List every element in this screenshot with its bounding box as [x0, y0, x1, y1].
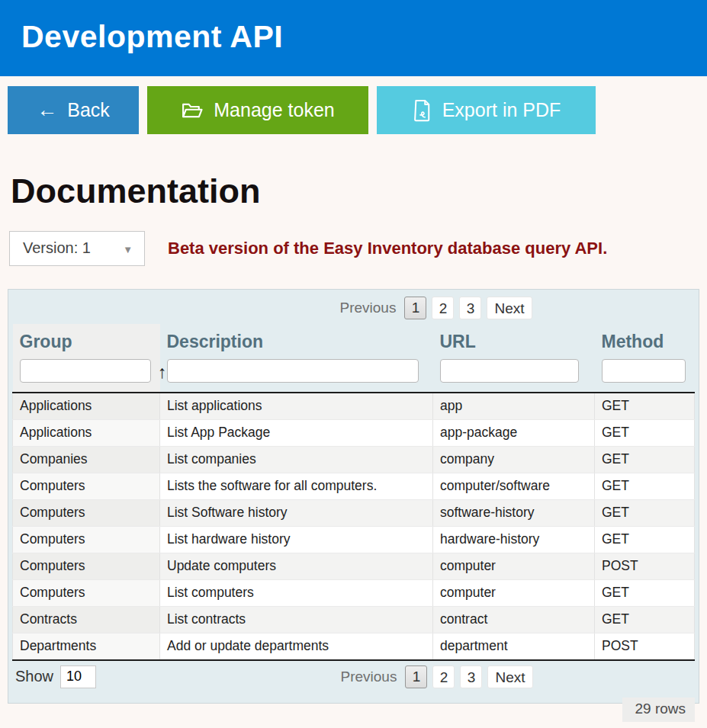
cell-description: Lists the software for all computers.: [160, 473, 433, 499]
cell-url: computer/software: [433, 473, 595, 499]
sort-ascending-icon[interactable]: ↑: [158, 362, 167, 383]
version-select[interactable]: Version: 1 ▼: [9, 231, 145, 266]
cell-description: List applications: [160, 393, 433, 420]
column-label-group[interactable]: Group: [20, 332, 154, 352]
cell-url: app-package: [433, 419, 595, 446]
page-title: Documentation: [11, 172, 707, 210]
filter-input-method[interactable]: [602, 359, 686, 383]
table-row: ComputersList hardware historyhardware-h…: [13, 526, 695, 553]
cell-description: Add or update departments: [160, 633, 433, 660]
back-button[interactable]: ← Back: [8, 86, 139, 134]
cell-method: GET: [595, 579, 695, 606]
table-row: ApplicationsList applicationsappGET: [13, 393, 695, 420]
cell-description: List companies: [160, 446, 433, 473]
pagination-previous[interactable]: Previous: [341, 669, 397, 685]
column-label-method[interactable]: Method: [602, 332, 689, 352]
column-header-method[interactable]: Method: [595, 324, 695, 393]
cell-group: Computers: [13, 526, 160, 553]
export-pdf-label: Export in PDF: [442, 99, 561, 121]
show-entries: Show: [15, 665, 259, 688]
cell-description: Update computers: [160, 553, 433, 579]
cell-url: software-history: [433, 499, 595, 526]
column-header-description[interactable]: Description: [160, 324, 433, 393]
cell-url: computer: [433, 579, 595, 606]
cell-description: List computers: [160, 579, 433, 606]
cell-method: GET: [595, 393, 695, 420]
cell-group: Departments: [13, 633, 160, 660]
cell-method: GET: [595, 499, 695, 526]
cell-description: List Software history: [160, 499, 433, 526]
cell-group: Computers: [13, 553, 160, 579]
table-row: CompaniesList companiescompanyGET: [13, 446, 695, 473]
cell-url: hardware-history: [433, 526, 595, 553]
cell-url: app: [433, 393, 595, 420]
show-entries-input[interactable]: [60, 665, 96, 688]
cell-group: Applications: [13, 419, 160, 446]
file-pdf-icon: [412, 99, 432, 122]
pagination-next[interactable]: Next: [487, 297, 532, 319]
cell-group: Computers: [13, 579, 160, 606]
cell-method: POST: [595, 553, 695, 579]
cell-method: GET: [595, 526, 695, 553]
version-row: Version: 1 ▼ Beta version of the Easy In…: [9, 231, 707, 266]
cell-description: List hardware history: [160, 526, 433, 553]
app-title: Development API: [21, 19, 283, 55]
table-row: ComputersLists the software for all comp…: [13, 473, 695, 499]
column-label-description[interactable]: Description: [167, 332, 427, 352]
filter-input-group[interactable]: [20, 359, 151, 383]
cell-url: department: [433, 633, 595, 660]
cell-url: computer: [433, 553, 595, 579]
table-row: ApplicationsList App Packageapp-packageG…: [13, 419, 695, 446]
column-label-url[interactable]: URL: [440, 332, 589, 352]
table-row: ComputersList Software historysoftware-h…: [13, 499, 695, 526]
pagination-page-1[interactable]: 1: [404, 297, 426, 319]
table-row: DepartmentsAdd or update departmentsdepa…: [13, 633, 695, 660]
beta-note: Beta version of the Easy Inventory datab…: [168, 239, 607, 258]
pagination-page-2[interactable]: 2: [432, 297, 454, 319]
cell-group: Companies: [13, 446, 160, 473]
table-body: ApplicationsList applicationsappGETAppli…: [13, 393, 695, 660]
cell-method: GET: [595, 473, 695, 499]
manage-token-label: Manage token: [214, 99, 334, 121]
pagination-page-1[interactable]: 1: [405, 665, 427, 688]
cell-url: company: [433, 446, 595, 473]
cell-method: GET: [595, 446, 695, 473]
cell-group: Applications: [13, 393, 160, 420]
cell-description: List App Package: [160, 419, 433, 446]
cell-group: Contracts: [13, 606, 160, 633]
chevron-down-icon: ▼: [123, 244, 133, 255]
folder-open-icon: [181, 101, 204, 120]
filter-input-url[interactable]: [440, 359, 579, 383]
cell-group: Computers: [13, 499, 160, 526]
manage-token-button[interactable]: Manage token: [147, 86, 368, 134]
cell-method: GET: [595, 419, 695, 446]
filter-input-description[interactable]: [167, 359, 419, 383]
column-header-group[interactable]: Group ↑: [13, 324, 160, 393]
pagination-page-3[interactable]: 3: [459, 297, 481, 319]
show-label: Show: [15, 668, 53, 685]
arrow-left-icon: ←: [37, 100, 57, 120]
cell-description: List contracts: [160, 606, 433, 633]
cell-url: contract: [433, 606, 595, 633]
pagination-previous[interactable]: Previous: [340, 300, 397, 316]
pagination-top: Previous123Next: [95, 293, 707, 324]
toolbar: ← Back Manage token Export in PDF: [8, 86, 699, 134]
cell-method: POST: [595, 633, 695, 660]
column-header-url[interactable]: URL: [433, 324, 595, 393]
cell-group: Computers: [13, 473, 160, 499]
table-row: ComputersUpdate computerscomputerPOST: [13, 553, 695, 579]
pagination-page-3[interactable]: 3: [460, 665, 482, 688]
back-button-label: Back: [67, 99, 110, 121]
table-row: ComputersList computerscomputerGET: [13, 579, 695, 606]
pagination-page-2[interactable]: 2: [432, 665, 455, 688]
export-pdf-button[interactable]: Export in PDF: [377, 86, 596, 134]
pagination-next[interactable]: Next: [487, 665, 532, 688]
cell-method: GET: [595, 606, 695, 633]
api-table-panel: Previous123Next Group ↑ Description URL: [8, 289, 699, 704]
table-row: ContractsList contractscontractGET: [13, 606, 695, 633]
pagination-bottom: Previous123Next: [341, 665, 533, 688]
version-select-value: Version: 1: [23, 239, 91, 257]
table-header-row: Group ↑ Description URL Method: [13, 324, 695, 393]
table-footer: Show Previous123Next: [12, 661, 695, 688]
api-endpoints-table: Group ↑ Description URL Method Applic: [12, 324, 695, 661]
